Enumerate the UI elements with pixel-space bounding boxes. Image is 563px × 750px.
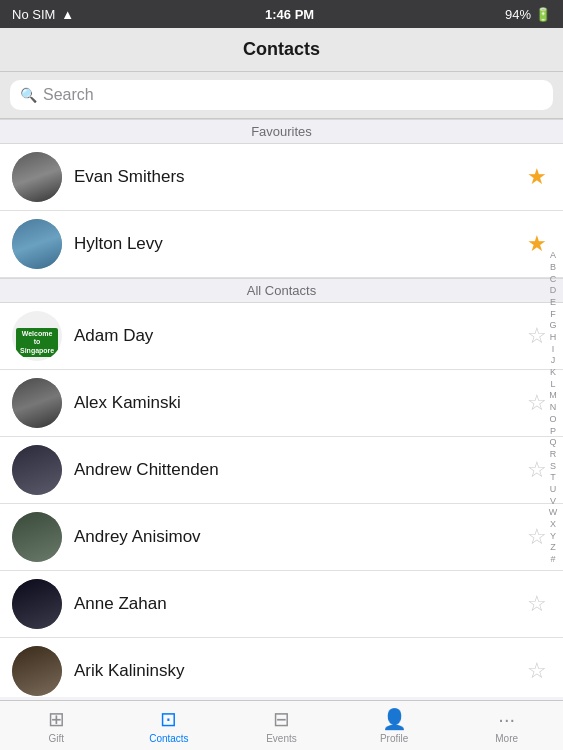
tab-gift[interactable]: ⊞ Gift bbox=[0, 703, 113, 748]
events-icon: ⊟ bbox=[273, 707, 290, 731]
singapore-sign: Welcome toSingapore bbox=[16, 328, 58, 357]
contacts-list: Favourites Evan Smithers ★ Hylton Levy ★… bbox=[0, 119, 563, 697]
list-item[interactable]: Alex Kaminski ☆ bbox=[0, 370, 563, 437]
avatar: Welcome toSingapore bbox=[12, 311, 62, 361]
section-header-favourites: Favourites bbox=[0, 119, 563, 144]
avatar bbox=[12, 378, 62, 428]
page-title: Contacts bbox=[243, 39, 320, 60]
status-time: 1:46 PM bbox=[265, 7, 314, 22]
search-icon: 🔍 bbox=[20, 87, 37, 103]
list-item[interactable]: Hylton Levy ★ bbox=[0, 211, 563, 278]
tab-profile-label: Profile bbox=[380, 733, 408, 744]
contact-name: Adam Day bbox=[74, 326, 511, 346]
battery-icon: 🔋 bbox=[535, 7, 551, 22]
avatar bbox=[12, 445, 62, 495]
gift-icon: ⊞ bbox=[48, 707, 65, 731]
status-bar: No SIM ▲ 1:46 PM 94% 🔋 bbox=[0, 0, 563, 28]
contact-name: Arik Kalininsky bbox=[74, 661, 511, 681]
favourite-star-button[interactable]: ☆ bbox=[523, 654, 551, 688]
search-placeholder: Search bbox=[43, 86, 94, 104]
nav-bar: Contacts bbox=[0, 28, 563, 72]
list-item[interactable]: Anne Zahan ☆ bbox=[0, 571, 563, 638]
tab-more[interactable]: ··· More bbox=[450, 704, 563, 748]
contact-name: Andrey Anisimov bbox=[74, 527, 511, 547]
list-item[interactable]: Welcome toSingapore Adam Day ☆ bbox=[0, 303, 563, 370]
avatar bbox=[12, 579, 62, 629]
tab-contacts-label: Contacts bbox=[149, 733, 188, 744]
tab-bar: ⊞ Gift ⊡ Contacts ⊟ Events 👤 Profile ···… bbox=[0, 700, 563, 750]
tab-contacts[interactable]: ⊡ Contacts bbox=[113, 703, 226, 748]
search-input-wrap[interactable]: 🔍 Search bbox=[10, 80, 553, 110]
search-bar: 🔍 Search bbox=[0, 72, 563, 119]
battery-label: 94% bbox=[505, 7, 531, 22]
favourite-star-button[interactable]: ☆ bbox=[523, 319, 551, 353]
list-item[interactable]: Arik Kalininsky ☆ bbox=[0, 638, 563, 697]
list-item[interactable]: Evan Smithers ★ bbox=[0, 144, 563, 211]
contact-name: Hylton Levy bbox=[74, 234, 511, 254]
status-right: 94% 🔋 bbox=[505, 7, 551, 22]
avatar bbox=[12, 512, 62, 562]
contact-name: Evan Smithers bbox=[74, 167, 511, 187]
favourite-star-button[interactable]: ☆ bbox=[523, 386, 551, 420]
contact-name: Andrew Chittenden bbox=[74, 460, 511, 480]
contact-name: Alex Kaminski bbox=[74, 393, 511, 413]
contact-name: Anne Zahan bbox=[74, 594, 511, 614]
favourite-star-button[interactable]: ★ bbox=[523, 227, 551, 261]
tab-events[interactable]: ⊟ Events bbox=[225, 703, 338, 748]
section-header-all-contacts: All Contacts bbox=[0, 278, 563, 303]
list-item[interactable]: Andrey Anisimov ☆ bbox=[0, 504, 563, 571]
favourite-star-button[interactable]: ★ bbox=[523, 160, 551, 194]
more-icon: ··· bbox=[498, 708, 515, 731]
favourite-star-button[interactable]: ☆ bbox=[523, 587, 551, 621]
tab-profile[interactable]: 👤 Profile bbox=[338, 703, 451, 748]
avatar bbox=[12, 219, 62, 269]
avatar bbox=[12, 646, 62, 696]
favourite-star-button[interactable]: ☆ bbox=[523, 520, 551, 554]
carrier-label: No SIM bbox=[12, 7, 55, 22]
avatar bbox=[12, 152, 62, 202]
tab-events-label: Events bbox=[266, 733, 297, 744]
tab-more-label: More bbox=[495, 733, 518, 744]
list-item[interactable]: Andrew Chittenden ☆ bbox=[0, 437, 563, 504]
favourite-star-button[interactable]: ☆ bbox=[523, 453, 551, 487]
wifi-icon: ▲ bbox=[61, 7, 74, 22]
tab-gift-label: Gift bbox=[49, 733, 65, 744]
status-left: No SIM ▲ bbox=[12, 7, 74, 22]
contacts-icon: ⊡ bbox=[160, 707, 177, 731]
profile-icon: 👤 bbox=[382, 707, 407, 731]
